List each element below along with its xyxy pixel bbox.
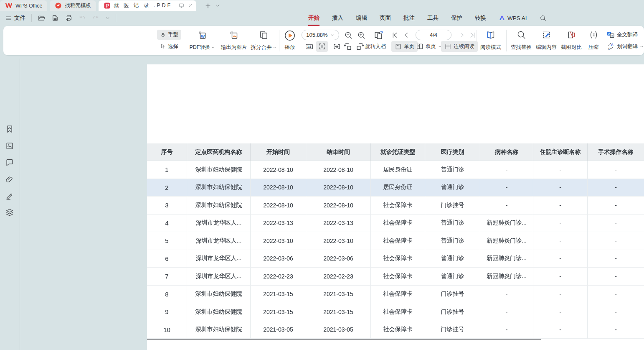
table-cell: 社会保障卡 [371, 268, 425, 286]
table-cell: 2022-08-10 [251, 179, 306, 197]
full-translate-button[interactable]: A字 全文翻译 [606, 30, 638, 40]
svg-text:1:1: 1:1 [307, 45, 312, 48]
fit-width-button[interactable] [332, 41, 341, 51]
play-icon [284, 30, 295, 41]
thumbnail-icon[interactable] [5, 141, 14, 151]
layers-icon[interactable] [5, 208, 14, 217]
menu-item[interactable]: 转换 [475, 12, 486, 24]
rotate-doc-button[interactable]: 旋转文档 [365, 41, 386, 51]
menu-item[interactable]: 编辑 [356, 12, 367, 24]
hand-tool-button[interactable]: 手型 [157, 30, 181, 40]
tab-bar: WPS Office 找稻壳模板 就 医 记 录 .PDF [0, 0, 644, 11]
print-icon[interactable] [65, 14, 73, 22]
find-replace-button[interactable]: 查找替换 [509, 29, 534, 52]
rotate-right-button[interactable] [355, 41, 365, 51]
continuous-read-button[interactable]: 连续阅读 [441, 41, 478, 52]
bookmark-icon[interactable] [5, 125, 14, 134]
tab-document-active[interactable]: 就 医 记 录 .PDF [99, 0, 196, 11]
edit-content-button[interactable]: 编辑内容 [534, 29, 559, 52]
table-cell: 深圳市龙华区人... [187, 268, 251, 286]
table-cell: 2022-08-10 [251, 197, 306, 215]
table-cell: 2021-03-05 [306, 321, 371, 339]
last-page-button[interactable] [469, 30, 477, 40]
screenshot-compare-button[interactable]: 截图对比 [559, 29, 584, 52]
compress-button[interactable]: 压缩 [585, 29, 602, 52]
tab-wps-home[interactable]: WPS Office [0, 0, 47, 11]
doc-table-header: 序号定点医药机构名称开始时间结束时间就诊凭证类型医疗类别病种名称住院主诊断名称手… [147, 143, 644, 161]
close-tab-icon[interactable] [188, 3, 193, 8]
menu-item[interactable]: 批注 [403, 12, 415, 24]
table-cell: - [588, 286, 644, 304]
table-cell: 4 [147, 215, 187, 232]
pdf-convert-button[interactable]: W PDF转换 [185, 29, 219, 52]
table-cell: - [480, 197, 533, 215]
signature-pen-icon[interactable] [5, 192, 14, 201]
single-page-button[interactable]: 单页 [391, 41, 418, 52]
screen-share-icon[interactable] [178, 3, 185, 9]
column-header: 医疗类别 [425, 143, 480, 161]
wps-ai-menu[interactable]: WPS AI [499, 12, 527, 24]
search-icon [517, 30, 526, 40]
table-cell: 深圳市妇幼保健院 [187, 197, 251, 215]
table-cell: 新冠肺炎门诊... [480, 268, 533, 286]
zoom-out-button[interactable] [344, 30, 353, 40]
split-merge-button[interactable]: 拆分合并 [247, 29, 280, 52]
table-cell: 2022-08-10 [251, 161, 306, 179]
hamburger-icon [5, 15, 12, 21]
next-page-button[interactable] [459, 30, 465, 40]
table-cell: 深圳市龙华区人... [187, 250, 251, 268]
redo-icon[interactable] [92, 14, 99, 22]
play-button[interactable]: 播放 [281, 29, 299, 52]
undo-icon[interactable] [79, 14, 86, 22]
menu-items: 开始插入编辑页面批注工具保护转换WPS AI [308, 11, 547, 25]
table-cell: - [533, 321, 588, 339]
wps-logo-icon [5, 3, 13, 9]
doc-table-body: 1深圳市妇幼保健院2022-08-102022-08-10居民身份证普通门诊--… [147, 161, 644, 339]
menu-item[interactable]: 工具 [427, 12, 439, 24]
table-cell: 普通门诊 [425, 215, 480, 232]
previous-page-button[interactable] [403, 30, 410, 40]
table-cell: - [588, 161, 644, 179]
open-file-icon[interactable] [38, 14, 46, 22]
table-cell: 社会保障卡 [371, 303, 425, 321]
zoom-level-select[interactable]: 105.88% [302, 30, 339, 40]
word-translate-button[interactable]: Ax 划词翻译 [606, 41, 644, 51]
save-icon[interactable] [51, 14, 59, 22]
pdf-file-icon [104, 2, 111, 9]
zoom-in-button[interactable] [357, 30, 366, 40]
table-row: 10深圳市妇幼保健院2021-03-052021-03-05社会保障卡门诊挂号-… [147, 321, 644, 339]
menu-bar: 文件 开始插入编辑页面批注工具保护转换WPS AI [0, 11, 644, 25]
quick-access-chevron-icon[interactable] [105, 16, 110, 20]
export-image-button[interactable]: 输出为图片 [217, 29, 251, 52]
table-cell: - [588, 232, 644, 250]
tab-list-chevron-icon[interactable] [216, 3, 220, 8]
page-number-input[interactable]: 4/4 [416, 30, 451, 40]
actual-size-button[interactable]: 1:1 [305, 41, 314, 51]
select-tool-button[interactable]: 选择 [157, 41, 181, 51]
table-cell: 新冠肺炎门诊... [480, 215, 533, 232]
double-page-button[interactable]: 双页 [416, 41, 442, 51]
file-menu[interactable]: 文件 [5, 12, 25, 24]
menu-search-icon[interactable] [540, 15, 547, 22]
menu-item[interactable]: 插入 [332, 12, 343, 24]
menu-item[interactable]: 开始 [308, 12, 319, 24]
table-cell: 普通门诊 [425, 268, 480, 286]
chevron-down-icon [273, 46, 276, 49]
new-tab-icon[interactable] [205, 3, 211, 9]
menu-item[interactable]: 页面 [380, 12, 391, 24]
split-merge-icon [259, 30, 269, 40]
comment-icon[interactable] [5, 158, 14, 167]
pdf-page: 序号定点医药机构名称开始时间结束时间就诊凭证类型医疗类别病种名称住院主诊断名称手… [147, 64, 644, 350]
menu-item[interactable]: 保护 [451, 12, 462, 24]
table-cell: 7 [147, 268, 187, 286]
attachment-icon[interactable] [5, 175, 14, 184]
tab-docer[interactable]: 找稻壳模板 [50, 0, 96, 11]
page-refresh-button[interactable] [373, 30, 384, 40]
read-mode-button[interactable]: 阅读模式 [478, 29, 504, 52]
table-cell: 普通门诊 [425, 232, 480, 250]
rotate-left-button[interactable] [343, 41, 352, 51]
table-cell: - [588, 268, 644, 286]
tab-label: 找稻壳模板 [65, 2, 91, 9]
first-page-button[interactable] [391, 30, 398, 40]
fit-page-button[interactable] [316, 41, 328, 52]
